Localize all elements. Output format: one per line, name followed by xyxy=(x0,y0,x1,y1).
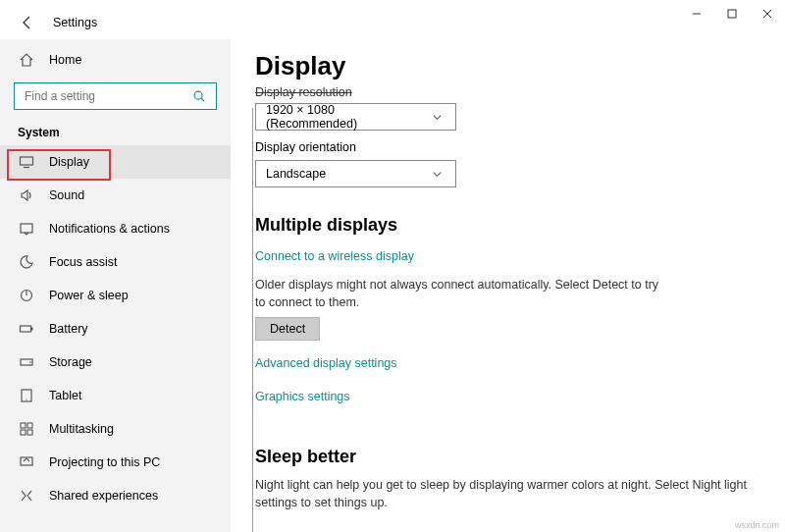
nav-display[interactable]: Display xyxy=(0,145,231,179)
battery-icon xyxy=(18,320,35,338)
orientation-value: Landscape xyxy=(266,167,326,181)
nav-tablet[interactable]: Tablet xyxy=(0,379,231,412)
multitask-icon xyxy=(18,420,35,438)
sleep-better-heading: Sleep better xyxy=(255,447,760,467)
svg-rect-19 xyxy=(21,430,26,435)
resolution-value: 1920 × 1080 (Recommended) xyxy=(266,103,428,131)
page-title: Display xyxy=(255,51,760,81)
nav-label: Battery xyxy=(49,322,88,336)
detect-button[interactable]: Detect xyxy=(255,317,320,341)
advanced-display-link[interactable]: Advanced display settings xyxy=(255,356,397,370)
search-box[interactable] xyxy=(14,82,217,110)
svg-rect-1 xyxy=(728,10,736,18)
svg-rect-18 xyxy=(27,423,32,428)
svg-rect-11 xyxy=(21,326,31,332)
svg-point-14 xyxy=(29,361,31,363)
main-content: Display Display resolution 1920 × 1080 (… xyxy=(231,39,785,532)
search-icon xyxy=(190,87,208,105)
nav-label: Projecting to this PC xyxy=(49,455,160,469)
nav-battery[interactable]: Battery xyxy=(0,312,231,346)
nav-label: Tablet xyxy=(49,389,81,402)
svg-point-4 xyxy=(194,91,202,99)
nav-label: Multitasking xyxy=(49,422,114,436)
svg-rect-20 xyxy=(27,430,32,435)
connect-wireless-link[interactable]: Connect to a wireless display xyxy=(255,249,414,263)
tablet-icon xyxy=(18,387,35,404)
monitor-icon xyxy=(18,153,35,171)
notifications-icon xyxy=(18,220,35,238)
chevron-down-icon xyxy=(428,165,445,183)
sleep-description: Night light can help you get to sleep by… xyxy=(255,477,760,511)
nav-notifications[interactable]: Notifications & actions xyxy=(0,212,231,245)
svg-rect-17 xyxy=(21,423,26,428)
nav-projecting[interactable]: Projecting to this PC xyxy=(0,446,231,479)
search-input[interactable] xyxy=(23,88,190,104)
sidebar: Home System Display Sound Not xyxy=(0,39,231,532)
nav-shared-exp[interactable]: Shared experiences xyxy=(0,479,231,512)
watermark: wsxdn.com xyxy=(735,520,779,530)
projecting-icon xyxy=(18,453,35,471)
graphics-settings-link[interactable]: Graphics settings xyxy=(255,390,350,403)
resolution-select[interactable]: 1920 × 1080 (Recommended) xyxy=(255,103,456,131)
maximize-button[interactable] xyxy=(714,0,750,27)
nav-label: Sound xyxy=(49,188,84,202)
scroll-indicator[interactable] xyxy=(252,108,253,532)
nav-sound[interactable]: Sound xyxy=(0,179,231,212)
svg-rect-8 xyxy=(21,224,32,233)
nav-storage[interactable]: Storage xyxy=(0,346,231,379)
resolution-label: Display resolution xyxy=(255,85,760,99)
svg-rect-12 xyxy=(31,328,33,331)
nav-label: Notifications & actions xyxy=(49,222,170,236)
home-label: Home xyxy=(49,53,81,67)
close-button[interactable] xyxy=(750,0,785,27)
nav-power-sleep[interactable]: Power & sleep xyxy=(0,279,231,312)
storage-icon xyxy=(18,353,35,371)
nav-list: Display Sound Notifications & actions Fo… xyxy=(0,145,231,512)
nav-label: Storage xyxy=(49,355,92,369)
moon-icon xyxy=(18,253,35,271)
svg-line-5 xyxy=(201,98,204,101)
orientation-select[interactable]: Landscape xyxy=(255,160,456,187)
nav-label: Display xyxy=(49,155,89,169)
nav-label: Focus assist xyxy=(49,255,117,269)
back-button[interactable] xyxy=(18,13,37,32)
detect-description: Older displays might not always connect … xyxy=(255,277,667,311)
nav-label: Shared experiences xyxy=(49,489,158,503)
chevron-down-icon xyxy=(428,108,445,126)
nav-multitasking[interactable]: Multitasking xyxy=(0,412,231,446)
home-icon xyxy=(18,51,35,69)
section-label: System xyxy=(0,116,231,145)
svg-rect-6 xyxy=(21,157,33,165)
app-title: Settings xyxy=(53,16,97,29)
nav-label: Power & sleep xyxy=(49,289,129,302)
sound-icon xyxy=(18,186,35,204)
nav-focus-assist[interactable]: Focus assist xyxy=(0,245,231,279)
minimize-button[interactable] xyxy=(679,0,714,27)
power-icon xyxy=(18,287,35,304)
svg-point-16 xyxy=(26,399,26,399)
multiple-displays-heading: Multiple displays xyxy=(255,215,760,236)
shared-icon xyxy=(18,487,35,505)
orientation-label: Display orientation xyxy=(255,140,760,154)
home-nav[interactable]: Home xyxy=(0,45,231,79)
